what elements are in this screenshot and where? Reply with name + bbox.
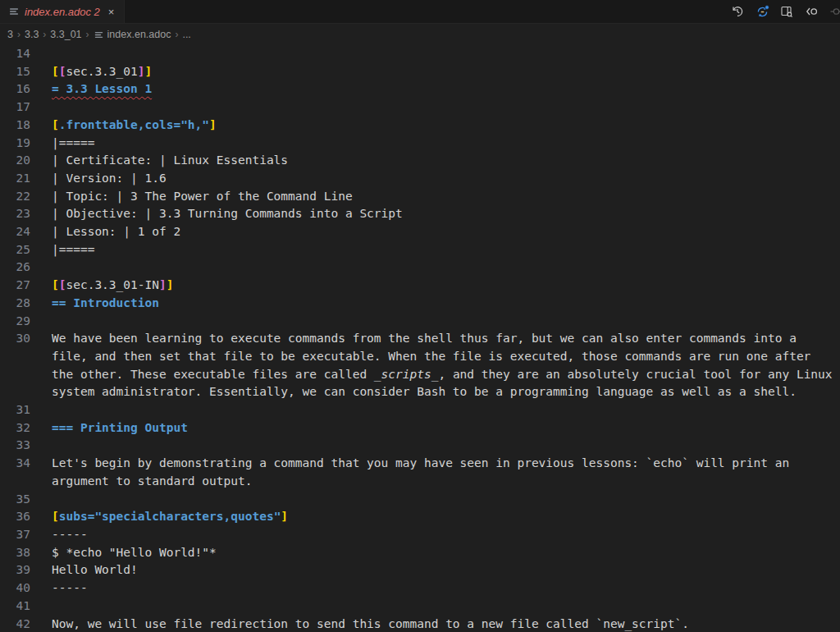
code-line[interactable]: 25|===== [0,241,840,259]
code-line[interactable]: 17 [0,98,840,117]
code-line[interactable]: 23| Objective: | 3.3 Turning Commands in… [0,205,840,223]
line-number[interactable]: 20 [0,152,30,170]
code-line[interactable]: 30We have been learning to execute comma… [0,330,840,401]
code-line[interactable]: 27[[sec.3.3_01-IN]] [0,277,840,295]
code-token: | Topic: | 3 The Power of the Command Li… [52,190,353,203]
line-number[interactable]: 41 [0,598,30,616]
code-token: ] [138,65,145,78]
code-text: [[sec.3.3_01]] [52,63,834,81]
code-text: |===== [52,135,834,153]
line-number[interactable]: 31 [0,401,30,419]
code-token: | Objective: | 3.3 Turning Commands into… [52,207,403,220]
code-token: |===== [52,136,94,149]
open-preview-side-icon[interactable] [778,2,796,21]
line-number[interactable]: 15 [0,63,30,81]
line-number[interactable]: 24 [0,223,30,241]
breadcrumb-item-3-3-01[interactable]: 3.3_01 [50,29,81,40]
line-number[interactable]: 42 [0,616,30,632]
breadcrumb-item-3[interactable]: 3 [7,29,13,40]
code-line[interactable]: 34Let's begin by demonstrating a command… [0,455,840,490]
breadcrumb-symbol-overflow[interactable]: ... [182,29,190,40]
code-token: Hello World! [52,563,138,576]
line-number[interactable]: 35 [0,491,30,509]
code-line[interactable]: 40----- [0,579,840,598]
breadcrumb-item-file[interactable]: index.en.adoc [94,29,171,40]
code-line[interactable]: 24| Lesson: | 1 of 2 [0,223,840,241]
line-number[interactable]: 34 [0,455,30,473]
line-number[interactable]: 17 [0,98,30,117]
code-line[interactable]: 14 [0,45,840,63]
code-text: Hello World! [52,561,834,579]
line-number[interactable]: 27 [0,277,30,295]
line-number[interactable]: 33 [0,437,30,455]
code-token: $ *echo "Hello World!"* [52,546,217,559]
line-number[interactable]: 23 [0,205,30,223]
code-line[interactable]: 16= 3.3 Lesson 1 [0,80,840,98]
line-number[interactable]: 37 [0,526,30,544]
code-text: Now, we will use file redirection to sen… [52,616,834,632]
code-token: Let's begin by demonstrating a command t… [52,456,797,488]
line-number[interactable]: 22 [0,188,30,206]
line-number[interactable]: 30 [0,330,30,348]
tab-index-en-adoc[interactable]: index.en.adoc 2 × [0,0,125,23]
history-icon[interactable] [728,2,746,21]
code-token: ] [145,65,153,78]
dim-circle-icon[interactable] [827,2,840,21]
code-token: [ [52,278,59,291]
breadcrumb: 3 › 3.3 › 3.3_01 › index.en.adoc › ... [0,24,840,45]
code-line[interactable]: 22| Topic: | 3 The Power of the Command … [0,188,840,206]
sync-icon[interactable] [753,2,771,21]
chevron-right-icon: › [175,29,178,40]
code-line[interactable]: 29 [0,313,840,331]
line-number[interactable]: 32 [0,419,30,437]
line-number[interactable]: 21 [0,170,30,188]
close-icon[interactable]: × [107,6,116,18]
line-number[interactable]: 29 [0,313,30,331]
code-line[interactable]: 21| Version: | 1.6 [0,170,840,188]
code-line[interactable]: 26 [0,259,840,277]
line-number[interactable]: 28 [0,295,30,313]
editor-pane[interactable]: 1415[[sec.3.3_01]]16= 3.3 Lesson 11718[.… [0,45,840,632]
tab-bar: index.en.adoc 2 × [0,0,840,24]
breadcrumb-item-3-3[interactable]: 3.3 [25,29,39,40]
code-line[interactable]: 33 [0,437,840,455]
line-number[interactable]: 16 [0,80,30,98]
code-text: === Printing Output [52,419,834,437]
code-line[interactable]: 37----- [0,526,840,544]
line-number[interactable]: 26 [0,259,30,277]
code-line[interactable]: 15[[sec.3.3_01]] [0,63,840,81]
code-token: = 3.3 Lesson 1 [52,82,152,95]
line-number[interactable]: 19 [0,135,30,153]
code-text: |===== [52,241,834,259]
breadcrumb-file-label: index.en.adoc [107,29,171,40]
line-number[interactable]: 40 [0,579,30,598]
code-line[interactable]: 18[.fronttable,cols="h,"] [0,117,840,135]
code-text: Let's begin by demonstrating a command t… [52,455,834,490]
code-token: _scripts_ [374,368,439,381]
tab-title: index.en.adoc 2 [25,6,100,18]
code-line[interactable]: 32=== Printing Output [0,419,840,437]
line-number[interactable]: 36 [0,508,30,526]
code-line[interactable]: 28== Introduction [0,295,840,313]
code-line[interactable]: 42Now, we will use file redirection to s… [0,616,840,632]
code-line[interactable]: 36[subs="specialcharacters,quotes"] [0,508,840,526]
code-token: [ [52,510,59,523]
code-line[interactable]: 20| Certificate: | Linux Essentials [0,152,840,170]
line-number[interactable]: 18 [0,117,30,135]
code-line[interactable]: 38$ *echo "Hello World!"* [0,544,840,562]
open-changes-icon[interactable] [802,2,820,21]
code-text: [subs="specialcharacters,quotes"] [52,508,834,526]
code-token: .fronttable,cols="h," [59,118,209,131]
code-token: ----- [52,528,88,541]
code-line[interactable]: 41 [0,598,840,616]
line-number[interactable]: 38 [0,544,30,562]
code-line[interactable]: 31 [0,401,840,419]
line-number[interactable]: 25 [0,241,30,259]
code-line[interactable]: 39Hello World! [0,561,840,579]
code-token: subs="specialcharacters,quotes" [59,510,281,523]
code-line[interactable]: 35 [0,491,840,509]
line-number[interactable]: 39 [0,561,30,579]
line-number[interactable]: 14 [0,45,30,63]
code-line[interactable]: 19|===== [0,135,840,153]
adoc-file-icon [8,6,20,17]
